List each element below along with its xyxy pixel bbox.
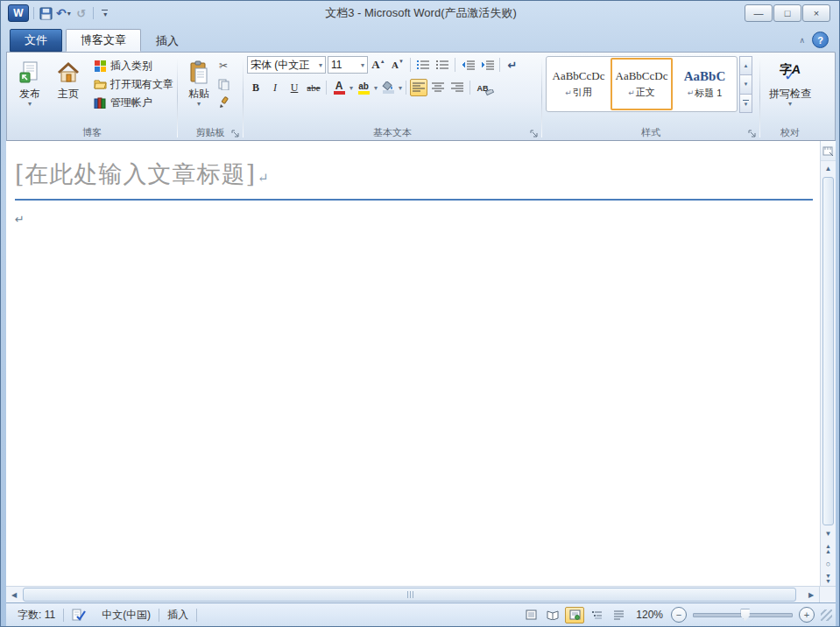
style-gallery-up-button[interactable]: ▲ <box>739 56 752 75</box>
cut-icon: ✂ <box>216 59 230 73</box>
zoom-slider-thumb[interactable] <box>741 609 750 622</box>
print-layout-view-button[interactable] <box>521 607 540 623</box>
maximize-button[interactable]: □ <box>773 4 801 22</box>
next-page-button[interactable]: ▼▼ <box>821 571 836 586</box>
word-count-indicator[interactable]: 字数: 11 <box>10 608 63 623</box>
show-formatting-marks-button[interactable]: ↵ <box>504 56 521 74</box>
tab-insert[interactable]: 插入 <box>141 30 194 52</box>
horizontal-scroll-track[interactable] <box>22 588 803 602</box>
clipboard-dialog-launcher[interactable] <box>230 129 240 138</box>
vertical-scroll-thumb[interactable] <box>822 177 834 525</box>
grow-font-button[interactable]: A▲ <box>370 56 387 74</box>
previous-page-button[interactable]: ▲▲ <box>821 541 836 556</box>
fullscreen-reading-view-button[interactable] <box>543 607 562 623</box>
group-blog: 发布 ▾ 主页 <box>8 53 176 140</box>
outline-view-button[interactable] <box>587 607 606 623</box>
help-button[interactable]: ? <box>812 32 829 48</box>
insert-category-button[interactable]: 插入类别 <box>93 58 173 74</box>
draft-view-button[interactable] <box>609 607 628 623</box>
font-size-combo[interactable]: 11 ▾ <box>328 56 368 74</box>
spelling-status-button[interactable] <box>64 609 94 621</box>
close-button[interactable]: × <box>802 4 830 22</box>
group-basic-text: 宋体 (中文正 ▾ 11 ▾ A▲ A▼ <box>244 53 540 140</box>
clear-formatting-icon: AB <box>477 81 489 94</box>
align-center-icon <box>432 82 444 93</box>
numbering-button[interactable] <box>434 56 451 74</box>
style-card-normal[interactable]: AaBbCcDc ↵正文 <box>611 58 673 110</box>
align-center-button[interactable] <box>429 79 447 96</box>
italic-button[interactable]: I <box>266 79 284 96</box>
scroll-down-button[interactable]: ▼ <box>821 526 836 541</box>
toolbar-separator <box>469 81 470 95</box>
style-gallery-down-button[interactable]: ▼ <box>739 74 752 94</box>
scroll-left-button[interactable]: ◀ <box>6 587 22 602</box>
language-indicator[interactable]: 中文(中国) <box>94 608 159 623</box>
format-row: B I U abe A ▾ ab <box>247 79 538 96</box>
scroll-right-button[interactable]: ▶ <box>803 587 819 602</box>
manage-accounts-icon <box>93 95 107 109</box>
paragraph-mark-icon: ↵ <box>628 88 635 97</box>
shrink-font-button[interactable]: A▼ <box>389 56 406 74</box>
scroll-up-button[interactable]: ▲ <box>821 161 836 176</box>
clear-formatting-button[interactable]: AB <box>474 79 491 96</box>
publish-button[interactable]: 发布 ▾ <box>11 56 49 108</box>
combo-caret-icon: ▾ <box>319 61 322 69</box>
font-name-combo[interactable]: 宋体 (中文正 ▾ <box>247 56 326 74</box>
select-browse-object-button[interactable]: ○ <box>821 556 836 571</box>
highlight-caret-icon[interactable]: ▾ <box>374 84 378 92</box>
zoom-slider[interactable] <box>693 613 793 617</box>
format-painter-button[interactable] <box>216 95 230 110</box>
style-card-quote[interactable]: AaBbCcDc ↵引用 <box>547 58 610 110</box>
blog-small-buttons: 插入类别 打开现有文章 <box>93 56 173 110</box>
tab-blog-post[interactable]: 博客文章 <box>66 29 141 52</box>
insert-mode-indicator[interactable]: 插入 <box>159 608 196 623</box>
bold-button[interactable]: B <box>247 79 265 96</box>
group-styles: AaBbCcDc ↵引用 AaBbCcDc ↵正文 AaBbC ↵标题 1 ▲ … <box>543 53 759 140</box>
resize-grip[interactable] <box>821 609 832 621</box>
paragraph-mark-icon: ↵ <box>258 170 270 186</box>
shading-color-swatch <box>383 90 394 94</box>
style-card-heading1[interactable]: AaBbC ↵标题 1 <box>674 58 736 110</box>
word-window: W ↶▾ ↺ ▾ 文档3 - Microsoft Word(产品激活失败) <box>0 0 840 627</box>
web-layout-view-button[interactable] <box>565 607 584 623</box>
customize-qat-button[interactable]: ▾ <box>98 5 112 21</box>
align-left-button[interactable] <box>410 79 427 96</box>
paste-button[interactable]: 粘贴 ▾ <box>181 56 216 108</box>
bullets-button[interactable] <box>414 56 432 74</box>
zoom-in-button[interactable]: + <box>799 607 815 623</box>
decrease-indent-button[interactable] <box>459 56 476 74</box>
zoom-out-button[interactable]: − <box>671 607 687 623</box>
horizontal-scroll-thumb[interactable] <box>23 588 796 602</box>
view-ruler-button[interactable] <box>821 141 836 161</box>
group-label-clipboard: 剪贴板 <box>179 125 242 140</box>
shading-button[interactable] <box>379 79 397 96</box>
font-color-caret-icon[interactable]: ▾ <box>349 84 353 92</box>
increase-indent-button[interactable] <box>478 56 496 74</box>
underline-button[interactable]: U <box>286 79 303 96</box>
strikethrough-button[interactable]: abe <box>305 79 322 96</box>
redo-button-disabled[interactable]: ↺ <box>74 5 88 21</box>
cut-button[interactable]: ✂ <box>216 58 230 74</box>
post-title-placeholder[interactable]: [在此处输入文章标题]↵ <box>15 159 270 190</box>
text-highlight-button[interactable]: ab <box>355 79 372 96</box>
styles-dialog-launcher[interactable] <box>747 129 757 138</box>
style-gallery-expand-button[interactable]: ▼ <box>739 94 752 113</box>
undo-button[interactable]: ↶▾ <box>56 5 71 21</box>
align-right-button[interactable] <box>448 79 466 96</box>
font-color-button[interactable]: A <box>330 79 348 96</box>
minimize-button[interactable]: — <box>745 4 773 22</box>
spell-check-button[interactable]: 字A ✓ 拼写检查 ▾ <box>765 56 815 108</box>
tab-file[interactable]: 文件 <box>10 29 62 52</box>
basic-text-dialog-launcher[interactable] <box>529 129 539 138</box>
document-canvas[interactable]: [在此处输入文章标题]↵ ↵ <box>6 141 820 586</box>
manage-accounts-button[interactable]: 管理帐户 <box>93 95 173 110</box>
word-logo-icon[interactable]: W <box>8 4 29 22</box>
home-page-button[interactable]: 主页 <box>49 56 88 100</box>
open-existing-post-button[interactable]: 打开现有文章 <box>93 76 173 92</box>
collapse-ribbon-icon[interactable]: ∧ <box>799 36 805 45</box>
shading-caret-icon[interactable]: ▾ <box>399 84 402 92</box>
save-button[interactable] <box>39 5 53 21</box>
title-bar[interactable]: W ↶▾ ↺ ▾ 文档3 - Microsoft Word(产品激活失败) <box>6 1 836 25</box>
zoom-level-indicator[interactable]: 120% <box>631 609 668 621</box>
copy-button[interactable] <box>216 76 230 92</box>
